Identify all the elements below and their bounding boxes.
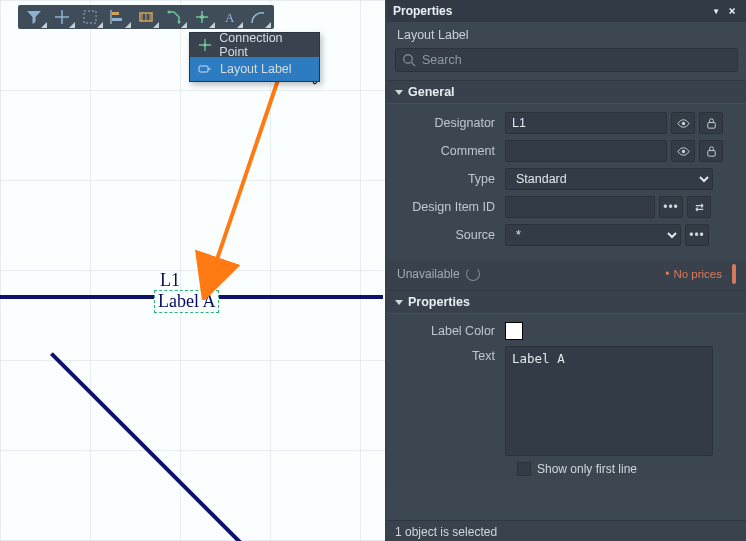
- svg-line-16: [412, 63, 416, 67]
- spinner-icon[interactable]: [466, 267, 480, 281]
- search-input[interactable]: [395, 48, 738, 72]
- section-header-label: General: [408, 85, 455, 99]
- label-source: Source: [397, 228, 505, 242]
- connection-icon: [196, 38, 213, 52]
- svg-rect-1: [84, 11, 96, 23]
- select-box-icon[interactable]: [76, 5, 104, 29]
- section-properties-header[interactable]: Properties: [387, 290, 746, 313]
- text-icon[interactable]: A: [216, 5, 244, 29]
- svg-rect-18: [707, 122, 714, 128]
- svg-point-19: [681, 149, 684, 152]
- annotation-arrow: [180, 70, 320, 300]
- chevron-down-icon: [395, 90, 403, 95]
- label-type: Type: [397, 172, 505, 186]
- panel-titlebar[interactable]: Properties ▾ ×: [387, 0, 746, 22]
- label-designator: Designator: [397, 116, 505, 130]
- svg-point-15: [404, 55, 413, 64]
- svg-rect-14: [199, 66, 208, 72]
- source-select[interactable]: *: [505, 224, 681, 246]
- visibility-toggle[interactable]: [671, 140, 695, 162]
- svg-point-11: [200, 15, 204, 19]
- svg-rect-2: [112, 12, 119, 15]
- svg-point-17: [681, 121, 684, 124]
- crosshair-icon[interactable]: [48, 5, 76, 29]
- section-general-body: Designator Comment: [387, 103, 746, 260]
- lock-toggle[interactable]: [699, 112, 723, 134]
- menu-item-layout-label[interactable]: Layout Label: [190, 57, 319, 81]
- section-properties-body: Label Color Text Show only first line: [387, 313, 746, 484]
- type-select[interactable]: Standard: [505, 168, 713, 190]
- swap-button[interactable]: [687, 196, 711, 218]
- designator-input[interactable]: [505, 112, 667, 134]
- label-label-color: Label Color: [397, 324, 505, 338]
- ellipsis-button[interactable]: •••: [659, 196, 683, 218]
- menu-item-label: Connection Point: [219, 31, 311, 59]
- schematic-toolbar: A: [18, 5, 274, 29]
- lock-toggle[interactable]: [699, 140, 723, 162]
- svg-text:A: A: [225, 10, 235, 25]
- text-textarea[interactable]: [505, 346, 713, 456]
- visibility-toggle[interactable]: [671, 112, 695, 134]
- align-icon[interactable]: [104, 5, 132, 29]
- pricing-noprices: No prices: [673, 268, 722, 280]
- label-design-item-id: Design Item ID: [397, 200, 505, 214]
- comment-input[interactable]: [505, 140, 667, 162]
- ellipsis-button[interactable]: •••: [685, 224, 709, 246]
- panel-close-icon[interactable]: ×: [724, 4, 740, 18]
- place-context-menu: Connection Point Layout Label: [189, 32, 320, 82]
- section-header-label: Properties: [408, 295, 470, 309]
- show-only-first-line-label: Show only first line: [537, 462, 637, 476]
- section-general-header[interactable]: General: [387, 80, 746, 103]
- label-comment: Comment: [397, 144, 505, 158]
- menu-item-connection-point[interactable]: Connection Point: [190, 33, 319, 57]
- svg-line-0: [210, 74, 280, 280]
- design-item-id-input[interactable]: [505, 196, 655, 218]
- panel-dropdown-icon[interactable]: ▾: [708, 4, 724, 18]
- svg-rect-20: [707, 150, 714, 156]
- arc-icon[interactable]: [244, 5, 272, 29]
- show-only-first-line-checkbox[interactable]: [517, 462, 531, 476]
- menu-item-label: Layout Label: [220, 62, 292, 76]
- search-icon: [402, 53, 416, 67]
- canvas-designator: L1: [160, 270, 180, 291]
- svg-rect-3: [112, 18, 122, 21]
- pricing-bullet: •: [665, 267, 669, 281]
- pricing-bar: Unavailable • No prices: [387, 260, 746, 290]
- svg-point-13: [203, 43, 207, 47]
- svg-point-9: [168, 11, 171, 14]
- connection-icon[interactable]: [188, 5, 216, 29]
- bus-icon[interactable]: [132, 5, 160, 29]
- layout-label-icon: [196, 62, 214, 76]
- panel-title: Properties: [393, 4, 452, 18]
- chevron-down-icon: [395, 300, 403, 305]
- net-icon[interactable]: [160, 5, 188, 29]
- canvas-layout-label[interactable]: Label A: [154, 290, 219, 313]
- properties-panel: Properties ▾ × Layout Label General Desi…: [385, 0, 746, 541]
- label-text: Text: [397, 349, 505, 363]
- label-color-swatch[interactable]: [505, 322, 523, 340]
- status-bar: 1 object is selected: [387, 520, 746, 541]
- filter-icon[interactable]: [20, 5, 48, 29]
- panel-subtype: Layout Label: [387, 22, 746, 48]
- wire-diagonal[interactable]: [50, 352, 279, 541]
- pricing-status: Unavailable: [397, 267, 460, 281]
